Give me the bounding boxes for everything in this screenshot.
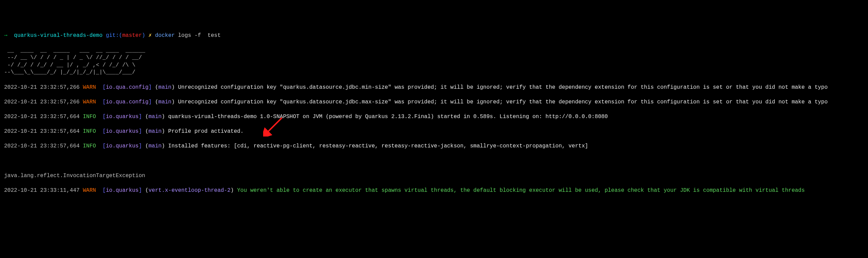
log-timestamp: 2022-10-21 23:32:57,664 <box>4 143 80 149</box>
log-source: io.quarkus <box>106 128 139 134</box>
bracket-close: ] <box>139 128 142 134</box>
log-message: quarkus-virual-threads-demo 1.0-SNAPSHOT… <box>168 114 608 120</box>
bracket-open: [ <box>103 128 106 134</box>
command-args: logs -f test <box>175 32 220 39</box>
log-thread: main <box>149 114 162 120</box>
log-level: INFO <box>83 128 96 134</box>
log-level: WARN <box>83 84 96 90</box>
log-timestamp: 2022-10-21 23:33:11,447 <box>4 187 80 194</box>
prompt-dirty-icon: ✗ <box>148 32 152 39</box>
bracket-open: [ <box>103 114 106 120</box>
bracket-open: [ <box>103 187 106 194</box>
log-thread: main <box>149 128 162 134</box>
log-thread: main <box>158 99 171 105</box>
quarkus-ascii-banner: __ ____ __ _____ ___ __ ____ ______ --/ … <box>4 47 864 76</box>
bracket-open: [ <box>103 99 106 105</box>
log-message: Installed features: [cdi, reactive-pg-cl… <box>168 143 588 149</box>
log-line: 2022-10-21 23:32:57,664 INFO [io.quarkus… <box>4 113 864 121</box>
log-message: Unrecognized configuration key "quarkus.… <box>178 99 828 105</box>
log-message: Profile prod activated. <box>168 128 244 134</box>
prompt-cwd: quarkus-virual-threads-demo <box>14 32 103 39</box>
bracket-close: ] <box>149 99 152 105</box>
command-docker: docker <box>152 32 175 39</box>
bracket-close: ] <box>139 187 142 194</box>
bracket-open: [ <box>103 84 106 90</box>
log-source: io.qua.config <box>106 99 149 105</box>
log-line: 2022-10-21 23:32:57,664 INFO [io.quarkus… <box>4 128 864 135</box>
bracket-close: ] <box>139 114 142 120</box>
log-timestamp: 2022-10-21 23:32:57,664 <box>4 128 80 134</box>
bracket-close: ] <box>139 143 142 149</box>
log-thread: main <box>158 84 171 90</box>
log-level: INFO <box>83 143 96 149</box>
log-line: 2022-10-21 23:32:57,664 INFO [io.quarkus… <box>4 143 864 150</box>
prompt-arrow-icon: → <box>4 32 14 39</box>
blank-line <box>4 157 864 165</box>
log-thread: main <box>149 143 162 149</box>
prompt-git-open: git:( <box>103 32 122 39</box>
log-message-highlight: You weren't able to create an executor t… <box>237 187 805 194</box>
log-source: io.quarkus <box>106 187 139 194</box>
log-source: io.qua.config <box>106 84 149 90</box>
log-source: io.quarkus <box>106 114 139 120</box>
log-message: Unrecognized configuration key "quarkus.… <box>178 84 828 90</box>
log-timestamp: 2022-10-21 23:32:57,266 <box>4 84 80 90</box>
log-timestamp: 2022-10-21 23:32:57,664 <box>4 114 80 120</box>
bracket-open: [ <box>103 143 106 149</box>
prompt-git-close: ) <box>142 32 148 39</box>
bracket-close: ] <box>149 84 152 90</box>
log-timestamp: 2022-10-21 23:32:57,266 <box>4 99 80 105</box>
log-level: WARN <box>83 99 96 105</box>
shell-prompt[interactable]: → quarkus-virual-threads-demo git:(maste… <box>4 32 864 40</box>
log-line: 2022-10-21 23:32:57,266 WARN [io.qua.con… <box>4 84 864 91</box>
log-line: 2022-10-21 23:32:57,266 WARN [io.qua.con… <box>4 99 864 106</box>
log-source: io.quarkus <box>106 143 139 149</box>
exception-line: java.lang.reflect.InvocationTargetExcept… <box>4 172 864 180</box>
log-line-vt-warn: 2022-10-21 23:33:11,447 WARN [io.quarkus… <box>4 187 864 195</box>
log-thread: vert.x-eventloop-thread-2 <box>149 187 231 194</box>
log-level: INFO <box>83 114 96 120</box>
log-level: WARN <box>83 187 96 194</box>
prompt-branch: master <box>122 32 142 39</box>
